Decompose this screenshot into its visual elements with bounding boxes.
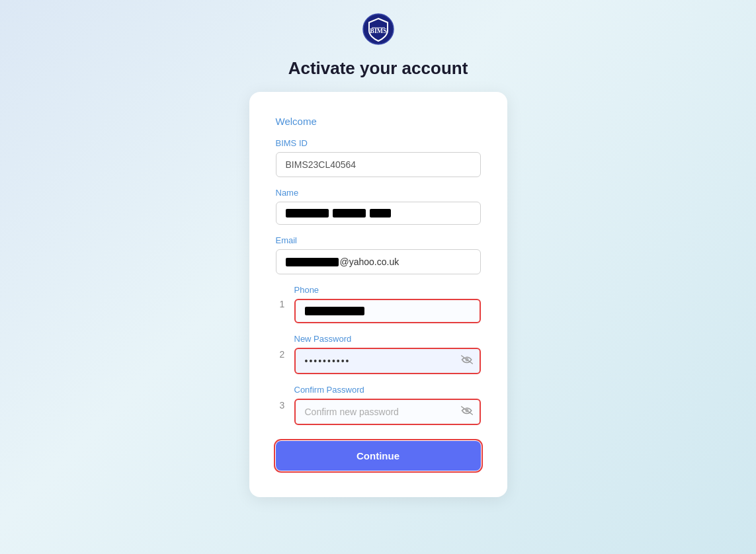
name-group: Name	[276, 188, 481, 225]
email-group: Email @yahoo.co.uk	[276, 235, 481, 274]
svg-text:BIMS: BIMS	[370, 27, 387, 34]
phone-label: Phone	[294, 285, 481, 295]
bims-id-input[interactable]	[276, 152, 481, 177]
new-password-field-group: New Password	[294, 334, 481, 374]
new-password-row: 2 New Password	[276, 334, 481, 374]
new-password-input-wrapper	[294, 348, 481, 374]
phone-input-wrapper	[294, 299, 481, 323]
page-title: Activate your account	[288, 58, 468, 79]
row-number-3: 3	[276, 400, 289, 411]
phone-row: 1 Phone	[276, 285, 481, 323]
welcome-group: Welcome	[276, 116, 481, 128]
email-input[interactable]: @yahoo.co.uk	[276, 249, 481, 274]
new-password-input[interactable]	[294, 348, 481, 374]
bims-id-label: BIMS ID	[276, 138, 481, 148]
row-number-1: 1	[276, 299, 289, 309]
name-input[interactable]	[276, 202, 481, 225]
phone-input[interactable]	[294, 299, 481, 323]
confirm-password-row: 3 Confirm Password	[276, 385, 481, 425]
bims-id-group: BIMS ID	[276, 138, 481, 177]
confirm-password-eye-icon[interactable]	[461, 406, 473, 418]
confirm-password-field-group: Confirm Password	[294, 385, 481, 425]
header: BIMS	[0, 0, 756, 52]
name-label: Name	[276, 188, 481, 198]
new-password-eye-icon[interactable]	[461, 355, 473, 367]
email-label: Email	[276, 235, 481, 245]
continue-button[interactable]: Continue	[276, 441, 481, 471]
phone-field-group: Phone	[294, 285, 481, 323]
logo-icon: BIMS	[362, 13, 394, 45]
welcome-label: Welcome	[276, 116, 317, 127]
confirm-password-input-wrapper	[294, 399, 481, 425]
confirm-password-label: Confirm Password	[294, 385, 481, 395]
activation-form-card: Welcome BIMS ID Name Email @yahoo.co.uk …	[249, 92, 507, 497]
confirm-password-input[interactable]	[294, 399, 481, 425]
row-number-2: 2	[276, 349, 289, 360]
new-password-label: New Password	[294, 334, 481, 344]
